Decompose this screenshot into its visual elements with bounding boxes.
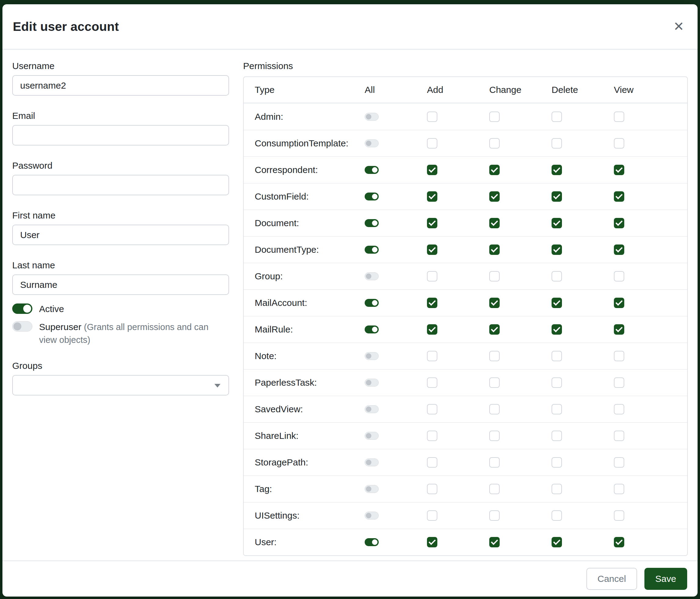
permission-all-toggle[interactable] [365, 379, 379, 387]
permission-delete-checkbox[interactable] [552, 404, 562, 414]
password-field[interactable] [12, 175, 229, 195]
permission-all-toggle[interactable] [365, 538, 379, 546]
permission-add-checkbox[interactable] [427, 510, 438, 521]
permission-add-checkbox[interactable] [427, 324, 438, 335]
permission-delete-checkbox[interactable] [552, 244, 562, 255]
permission-change-checkbox[interactable] [489, 165, 500, 175]
permission-all-toggle[interactable] [365, 193, 379, 200]
permission-view-checkbox[interactable] [614, 191, 624, 202]
permission-change-checkbox[interactable] [489, 457, 500, 468]
permission-delete-checkbox[interactable] [552, 165, 562, 175]
permission-change-checkbox[interactable] [489, 378, 500, 388]
permission-delete-checkbox[interactable] [552, 510, 562, 521]
superuser-toggle[interactable] [12, 321, 32, 332]
permission-view-checkbox[interactable] [614, 298, 624, 308]
permission-delete-checkbox[interactable] [552, 218, 562, 228]
permission-delete-checkbox[interactable] [552, 191, 562, 202]
permission-change-checkbox[interactable] [489, 218, 500, 228]
permission-change-checkbox[interactable] [489, 112, 500, 122]
permission-type: User: [255, 537, 365, 547]
permission-delete-checkbox[interactable] [552, 271, 562, 282]
permission-all-toggle[interactable] [365, 405, 379, 413]
permission-view-checkbox[interactable] [614, 324, 624, 335]
email-field[interactable] [12, 125, 229, 145]
permission-add-checkbox[interactable] [427, 457, 438, 468]
groups-select[interactable] [12, 375, 229, 396]
permission-all-toggle[interactable] [365, 246, 379, 254]
permission-all-toggle[interactable] [365, 326, 379, 333]
permission-change-checkbox[interactable] [489, 537, 500, 547]
permission-add-checkbox[interactable] [427, 191, 438, 202]
permission-all-toggle[interactable] [365, 299, 379, 307]
permission-view-checkbox[interactable] [614, 378, 624, 388]
permission-add-checkbox[interactable] [427, 431, 438, 441]
permission-change-checkbox[interactable] [489, 351, 500, 361]
permission-all-toggle[interactable] [365, 113, 379, 121]
active-toggle[interactable] [12, 304, 32, 314]
permission-add-checkbox[interactable] [427, 112, 438, 122]
permission-view-checkbox[interactable] [614, 138, 624, 148]
permission-change-checkbox[interactable] [489, 431, 500, 441]
permission-all-toggle[interactable] [365, 485, 379, 493]
permission-delete-checkbox[interactable] [552, 484, 562, 494]
permission-delete-checkbox[interactable] [552, 378, 562, 388]
permission-view-checkbox[interactable] [614, 351, 624, 361]
permission-all-toggle[interactable] [365, 511, 379, 520]
permission-all-toggle[interactable] [365, 272, 379, 280]
permission-view-checkbox[interactable] [614, 271, 624, 282]
permission-change-checkbox[interactable] [489, 324, 500, 335]
permission-view-checkbox[interactable] [614, 537, 624, 547]
permission-add-checkbox[interactable] [427, 165, 438, 175]
permission-view-checkbox[interactable] [614, 431, 624, 441]
permission-add-checkbox[interactable] [427, 537, 438, 547]
close-icon[interactable]: ✕ [670, 18, 687, 35]
permission-add-checkbox[interactable] [427, 218, 438, 228]
permission-type: Tag: [255, 484, 365, 494]
permission-all-toggle[interactable] [365, 352, 379, 360]
permission-delete-checkbox[interactable] [552, 112, 562, 122]
permission-view-checkbox[interactable] [614, 218, 624, 228]
permission-change-checkbox[interactable] [489, 138, 500, 148]
cancel-button[interactable]: Cancel [586, 568, 637, 590]
permission-add-checkbox[interactable] [427, 244, 438, 255]
last-name-input[interactable] [12, 274, 229, 295]
permission-all-toggle[interactable] [365, 458, 379, 466]
permission-view-checkbox[interactable] [614, 484, 624, 494]
permission-row: Group: [244, 263, 687, 289]
permission-all-toggle[interactable] [365, 139, 379, 147]
permission-add-checkbox[interactable] [427, 298, 438, 308]
permission-change-checkbox[interactable] [489, 244, 500, 255]
permission-all-toggle[interactable] [365, 219, 379, 227]
permission-delete-checkbox[interactable] [552, 138, 562, 148]
permission-delete-checkbox[interactable] [552, 431, 562, 441]
permission-change-checkbox[interactable] [489, 404, 500, 414]
permission-add-checkbox[interactable] [427, 271, 438, 282]
permission-row: Admin: [244, 103, 687, 130]
permission-view-checkbox[interactable] [614, 457, 624, 468]
permission-change-checkbox[interactable] [489, 484, 500, 494]
username-input[interactable] [12, 75, 229, 96]
permission-view-checkbox[interactable] [614, 244, 624, 255]
permission-delete-checkbox[interactable] [552, 324, 562, 335]
permission-all-toggle[interactable] [365, 432, 379, 440]
permission-change-checkbox[interactable] [489, 298, 500, 308]
permission-view-checkbox[interactable] [614, 165, 624, 175]
permission-change-checkbox[interactable] [489, 510, 500, 521]
permission-delete-checkbox[interactable] [552, 351, 562, 361]
permission-add-checkbox[interactable] [427, 378, 438, 388]
permission-add-checkbox[interactable] [427, 484, 438, 494]
permission-add-checkbox[interactable] [427, 351, 438, 361]
permission-change-checkbox[interactable] [489, 191, 500, 202]
permission-delete-checkbox[interactable] [552, 298, 562, 308]
permission-view-checkbox[interactable] [614, 112, 624, 122]
first-name-input[interactable] [12, 224, 229, 245]
permission-all-toggle[interactable] [365, 166, 379, 174]
permission-delete-checkbox[interactable] [552, 537, 562, 547]
save-button[interactable]: Save [644, 568, 687, 590]
permission-view-checkbox[interactable] [614, 404, 624, 414]
permission-view-checkbox[interactable] [614, 510, 624, 521]
permission-add-checkbox[interactable] [427, 404, 438, 414]
permission-change-checkbox[interactable] [489, 271, 500, 282]
permission-add-checkbox[interactable] [427, 138, 438, 148]
permission-delete-checkbox[interactable] [552, 457, 562, 468]
